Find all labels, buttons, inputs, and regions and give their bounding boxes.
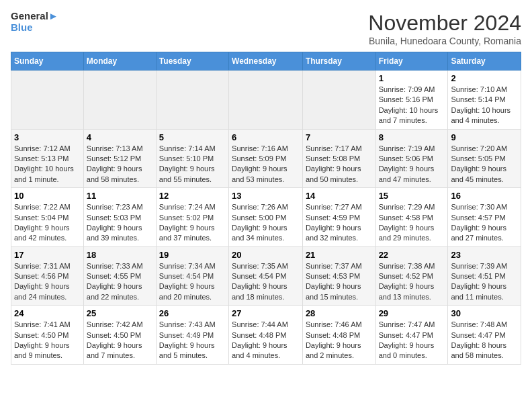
day-cell: 14Sunrise: 7:27 AM Sunset: 4:59 PM Dayli…: [302, 188, 375, 247]
day-info: Sunrise: 7:35 AM Sunset: 4:54 PM Dayligh…: [232, 261, 300, 303]
day-cell: [229, 71, 303, 130]
col-header-monday: Monday: [83, 52, 156, 71]
day-info: Sunrise: 7:19 AM Sunset: 5:06 PM Dayligh…: [379, 144, 445, 185]
day-number: 5: [159, 132, 226, 142]
day-info: Sunrise: 7:39 AM Sunset: 4:51 PM Dayligh…: [451, 261, 518, 303]
day-number: 25: [87, 308, 153, 318]
day-cell: 23Sunrise: 7:39 AM Sunset: 4:51 PM Dayli…: [448, 246, 521, 306]
day-cell: 8Sunrise: 7:19 AM Sunset: 5:06 PM Daylig…: [375, 129, 448, 188]
col-header-friday: Friday: [375, 52, 448, 71]
day-cell: 5Sunrise: 7:14 AM Sunset: 5:10 PM Daylig…: [156, 129, 228, 188]
month-title: November 2024: [368, 11, 521, 36]
day-number: 4: [87, 132, 153, 142]
day-cell: 7Sunrise: 7:17 AM Sunset: 5:08 PM Daylig…: [302, 129, 375, 188]
logo: General► Blue: [11, 11, 58, 33]
day-info: Sunrise: 7:13 AM Sunset: 5:12 PM Dayligh…: [87, 144, 153, 185]
day-cell: 1Sunrise: 7:09 AM Sunset: 5:16 PM Daylig…: [375, 71, 448, 130]
day-cell: 15Sunrise: 7:29 AM Sunset: 4:58 PM Dayli…: [375, 188, 448, 247]
day-number: 3: [14, 132, 81, 142]
day-number: 20: [232, 250, 300, 260]
day-number: 8: [379, 132, 445, 142]
day-info: Sunrise: 7:24 AM Sunset: 5:02 PM Dayligh…: [159, 202, 226, 244]
week-row-5: 24Sunrise: 7:41 AM Sunset: 4:50 PM Dayli…: [11, 306, 521, 365]
col-header-thursday: Thursday: [302, 52, 375, 71]
day-cell: 28Sunrise: 7:46 AM Sunset: 4:48 PM Dayli…: [302, 306, 375, 365]
logo-line1: General►: [11, 11, 58, 22]
day-info: Sunrise: 7:27 AM Sunset: 4:59 PM Dayligh…: [306, 202, 373, 244]
day-info: Sunrise: 7:43 AM Sunset: 4:49 PM Dayligh…: [159, 320, 226, 361]
day-number: 26: [159, 308, 226, 318]
day-cell: 3Sunrise: 7:12 AM Sunset: 5:13 PM Daylig…: [11, 129, 84, 188]
day-info: Sunrise: 7:37 AM Sunset: 4:53 PM Dayligh…: [306, 261, 373, 303]
day-cell: 16Sunrise: 7:30 AM Sunset: 4:57 PM Dayli…: [448, 188, 521, 247]
day-cell: 22Sunrise: 7:38 AM Sunset: 4:52 PM Dayli…: [375, 246, 448, 306]
header-row: SundayMondayTuesdayWednesdayThursdayFrid…: [11, 52, 521, 71]
day-info: Sunrise: 7:46 AM Sunset: 4:48 PM Dayligh…: [306, 320, 373, 361]
day-cell: [83, 71, 156, 130]
day-number: 17: [14, 250, 81, 260]
day-number: 12: [159, 191, 226, 201]
day-info: Sunrise: 7:42 AM Sunset: 4:50 PM Dayligh…: [87, 320, 153, 361]
day-info: Sunrise: 7:41 AM Sunset: 4:50 PM Dayligh…: [14, 320, 81, 361]
day-number: 23: [451, 250, 518, 260]
day-info: Sunrise: 7:48 AM Sunset: 4:47 PM Dayligh…: [451, 320, 518, 361]
day-cell: [156, 71, 228, 130]
day-cell: 24Sunrise: 7:41 AM Sunset: 4:50 PM Dayli…: [11, 306, 84, 365]
day-cell: 2Sunrise: 7:10 AM Sunset: 5:14 PM Daylig…: [448, 71, 521, 130]
day-number: 6: [232, 132, 300, 142]
week-row-4: 17Sunrise: 7:31 AM Sunset: 4:56 PM Dayli…: [11, 246, 521, 306]
day-number: 21: [306, 250, 373, 260]
day-number: 13: [232, 191, 300, 201]
calendar-table: SundayMondayTuesdayWednesdayThursdayFrid…: [11, 52, 521, 365]
day-info: Sunrise: 7:16 AM Sunset: 5:09 PM Dayligh…: [232, 144, 300, 185]
day-info: Sunrise: 7:23 AM Sunset: 5:03 PM Dayligh…: [87, 202, 153, 244]
week-row-3: 10Sunrise: 7:22 AM Sunset: 5:04 PM Dayli…: [11, 188, 521, 247]
day-info: Sunrise: 7:38 AM Sunset: 4:52 PM Dayligh…: [379, 261, 445, 303]
page-header: General► Blue November 2024 Bunila, Hune…: [11, 11, 521, 46]
day-number: 10: [14, 191, 81, 201]
day-number: 2: [451, 73, 518, 83]
day-info: Sunrise: 7:10 AM Sunset: 5:14 PM Dayligh…: [451, 85, 518, 126]
day-cell: 29Sunrise: 7:47 AM Sunset: 4:47 PM Dayli…: [375, 306, 448, 365]
day-number: 19: [159, 250, 226, 260]
day-info: Sunrise: 7:14 AM Sunset: 5:10 PM Dayligh…: [159, 144, 226, 185]
day-info: Sunrise: 7:33 AM Sunset: 4:55 PM Dayligh…: [87, 261, 153, 303]
day-number: 29: [379, 308, 445, 318]
day-info: Sunrise: 7:30 AM Sunset: 4:57 PM Dayligh…: [451, 202, 518, 244]
day-number: 1: [379, 73, 445, 83]
day-info: Sunrise: 7:31 AM Sunset: 4:56 PM Dayligh…: [14, 261, 81, 303]
day-cell: 21Sunrise: 7:37 AM Sunset: 4:53 PM Dayli…: [302, 246, 375, 306]
day-number: 16: [451, 191, 518, 201]
day-number: 22: [379, 250, 445, 260]
day-cell: 17Sunrise: 7:31 AM Sunset: 4:56 PM Dayli…: [11, 246, 84, 306]
day-cell: 30Sunrise: 7:48 AM Sunset: 4:47 PM Dayli…: [448, 306, 521, 365]
col-header-sunday: Sunday: [11, 52, 84, 71]
day-info: Sunrise: 7:09 AM Sunset: 5:16 PM Dayligh…: [379, 85, 445, 126]
col-header-saturday: Saturday: [448, 52, 521, 71]
location-subtitle: Bunila, Hunedoara County, Romania: [368, 36, 521, 46]
day-number: 9: [451, 132, 518, 142]
day-cell: 25Sunrise: 7:42 AM Sunset: 4:50 PM Dayli…: [83, 306, 156, 365]
day-cell: 19Sunrise: 7:34 AM Sunset: 4:54 PM Dayli…: [156, 246, 228, 306]
day-number: 11: [87, 191, 153, 201]
day-info: Sunrise: 7:12 AM Sunset: 5:13 PM Dayligh…: [14, 144, 81, 185]
title-block: November 2024 Bunila, Hunedoara County, …: [368, 11, 521, 46]
day-cell: [302, 71, 375, 130]
day-number: 7: [306, 132, 373, 142]
logo-line2: Blue: [11, 22, 58, 34]
day-cell: 27Sunrise: 7:44 AM Sunset: 4:48 PM Dayli…: [229, 306, 303, 365]
day-cell: 13Sunrise: 7:26 AM Sunset: 5:00 PM Dayli…: [229, 188, 303, 247]
day-cell: 26Sunrise: 7:43 AM Sunset: 4:49 PM Dayli…: [156, 306, 228, 365]
day-info: Sunrise: 7:22 AM Sunset: 5:04 PM Dayligh…: [14, 202, 81, 244]
day-cell: 6Sunrise: 7:16 AM Sunset: 5:09 PM Daylig…: [229, 129, 303, 188]
col-header-wednesday: Wednesday: [229, 52, 303, 71]
day-number: 15: [379, 191, 445, 201]
day-cell: 12Sunrise: 7:24 AM Sunset: 5:02 PM Dayli…: [156, 188, 228, 247]
col-header-tuesday: Tuesday: [156, 52, 228, 71]
day-cell: 10Sunrise: 7:22 AM Sunset: 5:04 PM Dayli…: [11, 188, 84, 247]
day-cell: 11Sunrise: 7:23 AM Sunset: 5:03 PM Dayli…: [83, 188, 156, 247]
week-row-2: 3Sunrise: 7:12 AM Sunset: 5:13 PM Daylig…: [11, 129, 521, 188]
day-info: Sunrise: 7:34 AM Sunset: 4:54 PM Dayligh…: [159, 261, 226, 303]
day-number: 18: [87, 250, 153, 260]
day-info: Sunrise: 7:26 AM Sunset: 5:00 PM Dayligh…: [232, 202, 300, 244]
